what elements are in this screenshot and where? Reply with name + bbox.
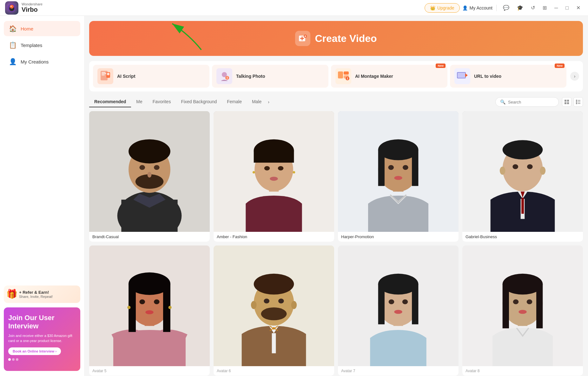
ai-montage-icon [335,68,351,84]
avatar-7-label: Avatar 7 [338,366,459,376]
svg-point-96 [264,299,269,303]
filter-tab-female[interactable]: Female [222,97,247,107]
title-bar-actions: 👑 Upgrade 👤 My Account 💬 🎓 ↺ ⊞ ─ □ ✕ [425,3,583,13]
main-content: Create Video AI Script [84,16,588,376]
avatar-brandt-label: Brandt-Casual [89,232,210,242]
avatar-card-8[interactable]: Avatar 8 [462,245,583,376]
filter-tab-recommended[interactable]: Recommended [89,97,131,107]
feature-card-talking-photo[interactable]: Talking Photo [212,65,328,88]
interview-sub: Join and receive either a $30 Amazon gif… [8,333,76,344]
sidebar-spacer [4,70,80,284]
new-badge-url: New [555,64,565,68]
search-input[interactable] [508,100,554,104]
filter-tab-favorites[interactable]: Favorites [148,97,176,107]
dot-1 [8,358,11,361]
svg-point-116 [519,310,526,314]
talking-photo-icon [216,68,232,84]
svg-rect-12 [102,72,105,73]
logo-text: Wondershare Virbo [22,2,43,13]
avatar-8-label: Avatar 8 [462,366,583,376]
svg-rect-28 [565,100,566,102]
svg-rect-26 [458,73,465,78]
brand-bottom: Virbo [22,6,43,13]
crown-icon: 👑 [430,5,435,10]
avatar-amber-label: Amber - Fashion [214,232,334,242]
green-arrow [146,18,210,53]
title-bar: Wondershare Virbo 👑 Upgrade 👤 My Account… [0,0,588,16]
filter-tab-male[interactable]: Male [247,97,267,107]
svg-point-55 [270,177,278,181]
avatar-card-gabriel[interactable]: Gabriel-Business [462,111,583,242]
grid-button[interactable]: ⊞ [540,3,549,12]
refresh-button[interactable]: ↺ [528,3,538,12]
avatar-img-harper [338,111,459,232]
ai-script-icon [97,68,113,84]
sidebar-item-home[interactable]: 🏠 Home [4,21,80,36]
svg-point-47 [148,172,152,178]
svg-rect-112 [503,284,509,328]
feature-card-ai-montage[interactable]: New AI Montage Maker [331,65,447,88]
avatar-card-5[interactable]: Avatar 5 [89,245,210,376]
svg-rect-21 [344,71,349,75]
my-account-button[interactable]: 👤 My Account [462,5,492,10]
feature-card-url-video[interactable]: New URL to video [450,65,566,88]
home-icon: 🏠 [9,25,17,32]
interview-banner[interactable]: Join Our User Interview Join and receive… [4,307,80,371]
interview-title: Join Our User Interview [8,314,76,331]
svg-point-75 [527,164,533,169]
svg-rect-103 [378,284,385,325]
url-video-icon [454,68,470,84]
svg-rect-34 [576,103,577,104]
avatar-card-amber[interactable]: Amber - Fashion [214,111,334,242]
feature-card-ai-script[interactable]: AI Script [93,65,209,88]
sidebar-item-templates[interactable]: 📋 Templates [4,37,80,53]
view-buttons [562,97,583,107]
upgrade-button[interactable]: 👑 Upgrade [425,3,460,13]
minimize-button[interactable]: ─ [552,4,560,12]
svg-rect-113 [536,284,543,328]
view-list-button[interactable] [573,97,583,107]
logo-area: Wondershare Virbo [5,1,43,15]
feature-cards-next[interactable]: › [570,72,579,81]
refer-sub: Share, Invite, Repeat! [19,295,76,299]
svg-rect-32 [576,100,577,101]
svg-rect-76 [521,198,524,214]
view-grid-button[interactable] [562,97,571,107]
svg-point-93 [261,307,287,320]
interview-dots [8,358,76,361]
gift-button[interactable]: 🎓 [514,3,526,12]
svg-rect-37 [578,103,580,104]
creations-icon: 👤 [9,58,17,65]
filter-tab-me[interactable]: Me [131,97,147,107]
avatar-img-amber [214,111,334,232]
avatar-img-5 [89,245,210,366]
interview-book-button[interactable]: Book an Online Interview › [8,347,61,355]
svg-rect-52 [254,151,294,163]
svg-point-106 [402,299,408,304]
svg-point-3 [10,6,12,7]
chat-button[interactable]: 💬 [500,3,512,12]
svg-marker-27 [465,73,468,77]
svg-point-86 [127,306,130,309]
filter-bar: Recommended Me Favorites Fixed Backgroun… [84,97,588,107]
dot-2 [12,358,15,361]
sidebar-item-my-creations[interactable]: 👤 My Creations [4,54,80,69]
avatar-card-7[interactable]: Avatar 7 [338,245,459,376]
filter-tab-fixed-background[interactable]: Fixed Background [176,97,222,107]
maximize-button[interactable]: □ [563,4,571,12]
create-video-banner[interactable]: Create Video [89,21,583,56]
search-box: 🔍 [495,97,559,107]
svg-point-46 [154,165,160,170]
avatar-card-6[interactable]: Avatar 6 [214,245,334,376]
svg-rect-35 [578,100,580,101]
avatar-card-harper[interactable]: Harper-Promotion [338,111,459,242]
avatar-img-7 [338,245,459,366]
avatar-card-brandt[interactable]: Brandt-Casual [89,111,210,242]
avatars-grid: Brandt-Casual [84,111,588,376]
filter-more-button[interactable]: › [267,97,271,107]
svg-point-95 [291,301,297,309]
refer-banner[interactable]: 🎁 + Refer & Earn! Share, Invite, Repeat! [4,285,80,303]
svg-point-71 [503,140,543,159]
close-button[interactable]: ✕ [574,3,583,12]
svg-point-16 [107,73,109,75]
